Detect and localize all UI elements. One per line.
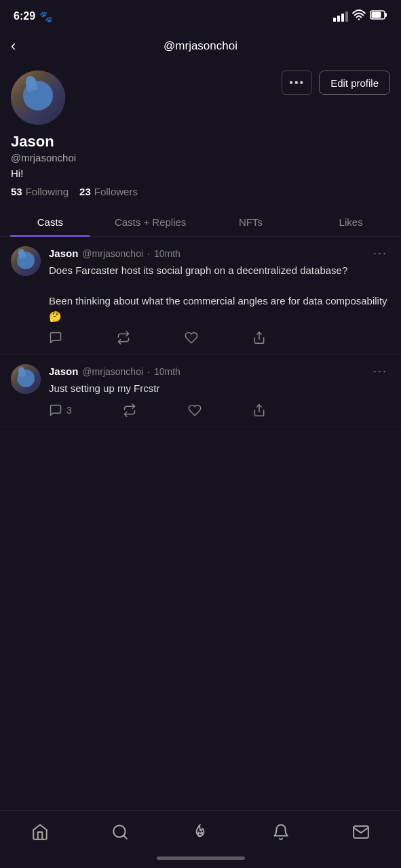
nav-search-button[interactable] <box>103 821 137 844</box>
cast-item: Jason @mrjasonchoi · 10mth ··· Just sett… <box>0 355 401 427</box>
cast-author-handle: @mrjasonchoi <box>82 366 143 377</box>
cast-author-name: Jason <box>49 248 78 259</box>
reply-count: 3 <box>66 405 72 416</box>
cast-header: Jason @mrjasonchoi · 10mth ··· <box>49 246 390 260</box>
wifi-icon <box>352 9 366 23</box>
edit-profile-button[interactable]: Edit profile <box>319 71 390 95</box>
cast-author-handle: @mrjasonchoi <box>82 248 143 259</box>
following-count: 53 <box>11 186 22 197</box>
bell-icon <box>272 823 290 841</box>
cast-author-row: Jason @mrjasonchoi · 10mth <box>49 366 180 377</box>
nav-notifications-button[interactable] <box>264 821 298 844</box>
followers-label: Followers <box>94 186 138 197</box>
followers-count: 23 <box>79 186 91 197</box>
more-options-button[interactable]: ••• <box>282 71 312 95</box>
profile-top-row: ••• Edit profile <box>11 71 390 125</box>
mail-icon <box>352 823 370 841</box>
profile-name: Jason <box>11 133 390 151</box>
status-time: 6:29 <box>14 10 35 22</box>
reply-button[interactable] <box>49 331 62 344</box>
nav-home-button[interactable] <box>23 821 57 844</box>
feed: Jason @mrjasonchoi · 10mth ··· Does Farc… <box>0 237 401 618</box>
like-button[interactable] <box>188 403 202 417</box>
home-indicator <box>0 851 401 868</box>
following-label: Following <box>26 186 69 197</box>
paw-icon: 🐾 <box>39 10 53 23</box>
signal-icon <box>333 12 348 22</box>
following-stat[interactable]: 53 Following <box>11 186 69 197</box>
recast-button[interactable] <box>123 403 136 417</box>
battery-icon <box>370 10 387 22</box>
cast-more-button[interactable]: ··· <box>370 364 390 378</box>
profile-bio: Hi! <box>11 167 390 179</box>
like-button[interactable] <box>185 331 198 344</box>
search-icon <box>111 823 129 841</box>
heart-icon <box>185 331 198 344</box>
svg-line-7 <box>123 835 127 839</box>
status-icons <box>333 9 387 23</box>
share-icon <box>252 403 266 417</box>
cast-header: Jason @mrjasonchoi · 10mth ··· <box>49 364 390 378</box>
cast-author-name: Jason <box>49 366 78 377</box>
back-button[interactable]: ‹ <box>11 39 16 54</box>
recast-button[interactable] <box>117 331 130 344</box>
followers-stat[interactable]: 23 Followers <box>79 186 138 197</box>
tab-likes[interactable]: Likes <box>301 208 401 236</box>
profile-handle: @mrjasonchoi <box>11 152 390 163</box>
profile-section: ••• Edit profile Jason @mrjasonchoi Hi! … <box>0 62 401 208</box>
svg-point-0 <box>358 18 360 20</box>
nav-messages-button[interactable] <box>344 821 378 844</box>
svg-rect-3 <box>372 12 381 18</box>
status-bar: 6:29 🐾 <box>0 0 401 30</box>
fire-icon <box>191 823 209 841</box>
cast-actions <box>49 331 266 344</box>
share-icon <box>252 331 266 344</box>
cast-time: 10mth <box>154 366 180 377</box>
heart-icon <box>188 403 202 417</box>
tab-nfts[interactable]: NFTs <box>201 208 301 236</box>
reply-button[interactable]: 3 <box>49 403 72 417</box>
svg-rect-2 <box>385 13 387 17</box>
header-handle: @mrjasonchoi <box>164 39 237 53</box>
tabs: Casts Casts + Replies NFTs Likes <box>0 208 401 237</box>
cast-content: Jason @mrjasonchoi · 10mth ··· Just sett… <box>49 364 390 417</box>
cast-time: 10mth <box>154 248 180 259</box>
cast-content: Jason @mrjasonchoi · 10mth ··· Does Farc… <box>49 246 390 344</box>
cast-avatar <box>11 246 41 276</box>
profile-stats: 53 Following 23 Followers <box>11 186 390 197</box>
reply-icon <box>49 331 62 344</box>
cast-item: Jason @mrjasonchoi · 10mth ··· Does Farc… <box>0 237 401 355</box>
reply-icon <box>49 403 62 417</box>
cast-actions: 3 <box>49 403 266 417</box>
cast-avatar <box>11 364 41 394</box>
avatar <box>11 71 65 125</box>
tab-casts[interactable]: Casts <box>0 208 100 236</box>
tab-casts-replies[interactable]: Casts + Replies <box>100 208 201 236</box>
share-button[interactable] <box>252 331 266 344</box>
header: ‹ @mrjasonchoi <box>0 30 401 62</box>
cast-text: Does Farcaster host its social graph on … <box>49 263 390 324</box>
nav-fire-button[interactable] <box>183 821 217 844</box>
profile-actions: ••• Edit profile <box>282 71 390 95</box>
cast-author-row: Jason @mrjasonchoi · 10mth <box>49 248 180 259</box>
home-indicator-bar <box>157 856 245 860</box>
cast-text: Just setting up my Frcstr <box>49 381 390 397</box>
home-icon <box>31 823 49 841</box>
bottom-nav <box>0 810 401 851</box>
recast-icon <box>123 403 136 417</box>
share-button[interactable] <box>252 403 266 417</box>
recast-icon <box>117 331 130 344</box>
cast-more-button[interactable]: ··· <box>370 246 390 260</box>
